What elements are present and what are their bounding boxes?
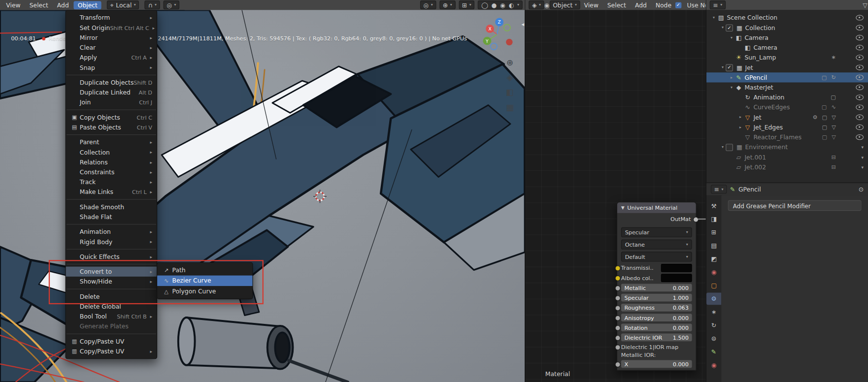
properties-tab-render[interactable]: ◨	[706, 213, 721, 225]
snap-magnet-button[interactable]: ∩▾	[145, 0, 160, 9]
menu-item-clear[interactable]: Clear▸	[66, 43, 157, 53]
archive-icon[interactable]: ⊟	[831, 155, 835, 160]
action-icon[interactable]: ↻	[831, 75, 835, 80]
screen-icon[interactable]: ▢	[822, 125, 828, 130]
menu-item-rigid-body[interactable]: Rigid Body▸	[66, 237, 157, 247]
menu-item-mirror[interactable]: Mirror▸	[66, 32, 157, 42]
outliner-row-jet-edges[interactable]: ▸▽Jet_Edges▢▽	[706, 122, 868, 132]
node-socket[interactable]	[615, 335, 620, 341]
camera-view-icon[interactable]: ◧	[506, 89, 514, 97]
filter-funnel-icon[interactable]: ▽	[863, 2, 868, 8]
outliner-row-animation[interactable]: ↻Animation▢	[706, 93, 868, 102]
submenu-item-polygon-curve[interactable]: △Polygon Curve	[157, 286, 252, 296]
menu-item-copy-paste-uv[interactable]: ▥Copy/Paste UV▸	[66, 346, 157, 356]
visibility-toggle[interactable]	[856, 75, 864, 80]
menu-item-delete[interactable]: Delete	[66, 291, 157, 301]
disclosure-down-icon[interactable]: ▾	[720, 65, 726, 70]
menu-item-join[interactable]: JoinCtrl J	[66, 97, 157, 107]
properties-tab-object[interactable]: ▢	[706, 279, 721, 291]
menu-item-set-origin[interactable]: Set OriginShift Ctrl Alt C▸	[66, 23, 157, 32]
properties-tab-constraints[interactable]: ⊜	[706, 332, 721, 345]
menu-view[interactable]: View	[580, 1, 602, 9]
properties-tab-tool[interactable]: ⚒	[706, 200, 721, 212]
visibility-toggle[interactable]	[856, 134, 864, 140]
grid-display-button[interactable]: ⊞▾	[459, 0, 474, 9]
menu-item-snap[interactable]: Snap▸	[66, 63, 157, 72]
properties-tab-view-layer[interactable]: ▤	[706, 240, 721, 252]
outliner-row-jet-001[interactable]: ▱Jet.001⊟▾	[706, 152, 868, 162]
menu-node[interactable]: Node	[652, 1, 675, 9]
node-dropdown-specular[interactable]: Specular▾	[621, 227, 692, 237]
shading-solid-icon[interactable]: ●	[491, 2, 497, 8]
axis-gizmo[interactable]: X Y Z	[475, 13, 525, 61]
node-value-roughness[interactable]: Roughness0.063	[621, 304, 692, 312]
proportional-edit-button[interactable]: ◎▾	[163, 0, 179, 9]
disclosure-down-icon[interactable]: ▾	[729, 85, 734, 90]
node-socket[interactable]	[615, 276, 620, 281]
menu-object[interactable]: Object	[74, 1, 101, 9]
node-header[interactable]: ▼ Universal Material	[617, 202, 696, 213]
outliner-row-reactor-flames[interactable]: ▽Reactor_Flames▢▽	[706, 132, 868, 142]
chevron-down-icon[interactable]: ▾	[861, 145, 864, 150]
node-value-metallic[interactable]: Metallic0.000	[621, 284, 692, 291]
grid-ortho-icon[interactable]: ▦	[506, 103, 514, 112]
node-socket[interactable]	[615, 345, 620, 350]
color-swatch[interactable]	[661, 274, 692, 282]
submenu-item-path[interactable]: ↗Path	[157, 265, 252, 275]
visibility-toggle[interactable]	[856, 55, 864, 60]
hide-eye-icon[interactable]	[856, 104, 864, 110]
node-socket[interactable]	[615, 305, 620, 311]
visibility-toggle[interactable]	[856, 45, 864, 50]
screen-icon[interactable]: ▢	[831, 95, 836, 100]
hide-eye-icon[interactable]	[856, 35, 864, 40]
collection-checkbox[interactable]: ✓	[726, 24, 733, 32]
menu-item-track[interactable]: Track▸	[66, 177, 157, 187]
visibility-toggle[interactable]	[856, 115, 864, 120]
shading-rendered-icon[interactable]: ◐	[509, 2, 514, 8]
node-value-anisotropy[interactable]: Anisotropy0.000	[621, 314, 692, 321]
hide-eye-icon[interactable]	[856, 45, 864, 50]
properties-tab-scene[interactable]: ◩	[706, 253, 721, 265]
outliner-row-camera[interactable]: ◧Camera	[706, 43, 868, 53]
menu-item-constraints[interactable]: Constraints▸	[66, 167, 157, 177]
transform-orientation-dropdown[interactable]: ⌖ Local ▾	[107, 0, 139, 9]
menu-item-copy-paste-uv[interactable]: ▥Copy/Paste UV	[66, 336, 157, 346]
node-dropdown-octane[interactable]: Octane▾	[621, 240, 692, 250]
region-collapse-icon[interactable]: ◂	[522, 21, 525, 27]
disclosure-right-icon[interactable]: ▸	[737, 125, 743, 129]
chevron-down-icon[interactable]: ▾	[861, 155, 864, 159]
overlays-button[interactable]: ◎▾	[420, 0, 436, 9]
zoom-icon[interactable]: ⊕	[506, 59, 513, 67]
editor-type-dropdown[interactable]: ≡ ▾	[711, 185, 727, 193]
add-modifier-button[interactable]: Add Grease Pencil Modifier	[728, 200, 862, 211]
properties-tab-material[interactable]: ◉	[706, 359, 721, 371]
visibility-toggle[interactable]	[856, 15, 864, 20]
node-editor[interactable]: ▼ Universal Material OutMat Specular▾Oct…	[525, 10, 706, 382]
submenu-item-bezier-curve[interactable]: ∿Bezier Curve	[157, 276, 252, 286]
mesh-data-icon[interactable]: ▽	[832, 115, 836, 120]
disclosure-down-icon[interactable]: ▾	[711, 15, 717, 20]
color-swatch[interactable]	[661, 263, 692, 272]
menu-item-apply[interactable]: ApplyCtrl A▸	[66, 53, 157, 63]
menu-item-show-hide[interactable]: Show/Hide▸	[66, 277, 157, 286]
menu-item-delete-global[interactable]: Delete Global	[66, 301, 157, 311]
outliner-row-camera[interactable]: ▾◧Camera	[706, 32, 868, 42]
menu-view[interactable]: View	[2, 1, 24, 9]
node-socket[interactable]	[615, 286, 620, 291]
visibility-toggle[interactable]	[856, 64, 864, 70]
screen-icon[interactable]: ▢	[822, 115, 828, 120]
menu-item-parent[interactable]: Parent▸	[66, 137, 157, 147]
properties-tab-modifier-wrench[interactable]: ⚙	[706, 292, 721, 305]
menu-item-duplicate-linked[interactable]: Duplicate LinkedAlt D	[66, 88, 157, 97]
menu-item-paste-objects[interactable]: ▤Paste ObjectsCtrl V	[66, 122, 157, 132]
node-dropdown-default[interactable]: Default▾	[621, 252, 692, 261]
pan-hand-icon[interactable]: ◈	[507, 73, 513, 82]
node-value-specular[interactable]: Specular1.000	[621, 294, 692, 302]
hide-eye-icon[interactable]	[856, 64, 864, 70]
node-value-rotation[interactable]: Rotation0.000	[621, 323, 692, 331]
collection-checkbox[interactable]: ✓	[726, 64, 733, 71]
properties-tab-world[interactable]: ◉	[706, 266, 721, 279]
outliner-row-jet[interactable]: ▾✓▦Jet	[706, 63, 868, 72]
menu-item-transform[interactable]: Transform▸	[66, 13, 157, 23]
menu-item-animation[interactable]: Animation▸	[66, 227, 157, 237]
